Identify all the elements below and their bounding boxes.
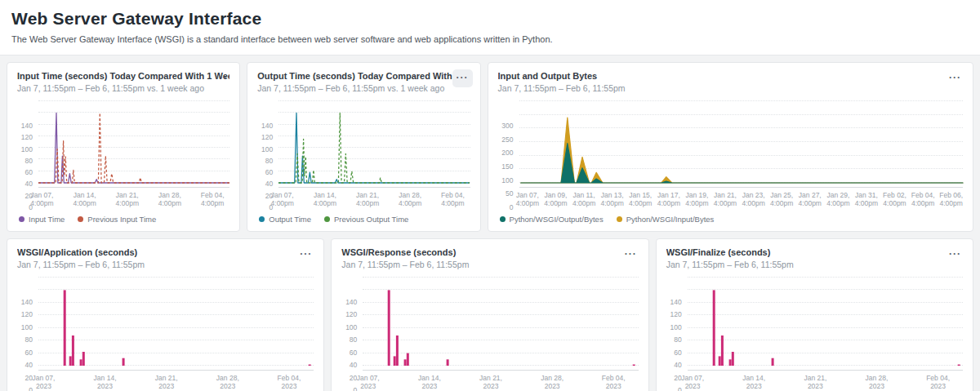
x-axis-labels: Jan 07,2023Jan 14,2023Jan 21,2023Jan 28,… xyxy=(38,374,314,391)
y-tick-label: 140 xyxy=(670,298,681,306)
more-menu-icon[interactable]: ··· xyxy=(621,246,641,264)
card-output-time: Output Time (seconds) Today Compared Wit… xyxy=(247,62,480,232)
legend-item: Python/WSGI/Input/Bytes xyxy=(617,215,715,224)
card-wsgi-finalize: WSGI/Finalize (seconds) Jan 7, 11:55pm –… xyxy=(656,238,973,391)
wsgi-application-chart: 020406080100120140Jan 07,2023Jan 14,2023… xyxy=(17,278,314,391)
dashboard-row-bottom: WSGI/Application (seconds) Jan 7, 11:55p… xyxy=(7,238,973,391)
y-tick-label: 80 xyxy=(350,335,357,344)
card-date-range: Jan 7, 11:55pm – Feb 6, 11:55pm vs. 1 we… xyxy=(257,83,470,93)
page-header: Web Server Gateway Interface The Web Ser… xyxy=(0,0,980,56)
y-tick-label: 140 xyxy=(261,122,273,130)
y-tick-label: 200 xyxy=(501,149,513,157)
x-tick-label: Jan 21,4:00pm xyxy=(356,191,379,207)
y-tick-label: 100 xyxy=(501,176,513,184)
y-tick-label: 80 xyxy=(674,335,681,344)
plot-area xyxy=(38,101,229,183)
y-tick-label: 140 xyxy=(345,298,357,306)
x-axis-line xyxy=(38,187,229,188)
x-tick-label: Jan 19,4:00pm xyxy=(685,191,708,207)
x-tick-label: Jan 28,2023 xyxy=(541,374,564,390)
input-time-chart: 020406080100120140Jan 07,4:00pmJan 14,4:… xyxy=(17,101,229,224)
x-tick-label: Jan 07,2023 xyxy=(681,374,704,390)
x-tick-label: Jan 14,4:00pm xyxy=(73,191,96,207)
card-date-range: Jan 7, 11:55pm – Feb 6, 11:55pm xyxy=(498,83,963,93)
x-tick-label: Jan 07,4:00pm xyxy=(271,191,294,207)
x-axis-labels: Jan 07,4:00pmJan 09,4:00pmJan 11,4:00pmJ… xyxy=(519,191,963,208)
card-input-output-bytes: Input and Output Bytes Jan 7, 11:55pm – … xyxy=(488,62,973,232)
y-tick-label: 60 xyxy=(265,168,273,176)
y-tick-label: 80 xyxy=(25,157,33,165)
more-menu-icon[interactable]: ··· xyxy=(212,69,232,87)
x-tick-label: Jan 21,4:00pm xyxy=(714,191,737,207)
legend-dot-icon xyxy=(324,216,330,222)
x-axis-line xyxy=(363,370,638,371)
legend-item: Previous Output Time xyxy=(324,215,408,224)
y-tick-label: 100 xyxy=(261,145,273,153)
page-title: Web Server Gateway Interface xyxy=(11,9,969,29)
card-title: WSGI/Finalize (seconds) xyxy=(666,247,963,257)
x-tick-label: Jan 31,4:00pm xyxy=(855,191,878,207)
y-tick-label: 120 xyxy=(261,133,273,141)
legend-label: Output Time xyxy=(269,215,311,224)
card-wsgi-application: WSGI/Application (seconds) Jan 7, 11:55p… xyxy=(7,238,324,391)
x-tick-label: Jan 07,2023 xyxy=(32,374,55,390)
card-title: Output Time (seconds) Today Compared Wit… xyxy=(257,71,470,81)
x-tick-label: Jan 21,2023 xyxy=(155,374,178,390)
legend-item: Input Time xyxy=(19,215,65,224)
y-tick-label: 150 xyxy=(501,162,513,171)
legend-dot-icon xyxy=(78,216,83,222)
card-title: WSGI/Response (seconds) xyxy=(341,247,638,257)
more-menu-icon[interactable]: ··· xyxy=(452,69,473,87)
x-axis-line xyxy=(278,187,470,188)
y-tick-label: 140 xyxy=(21,298,33,306)
plot-area xyxy=(688,278,963,366)
y-tick-label: 120 xyxy=(670,310,681,318)
y-tick-label: 60 xyxy=(25,349,33,357)
card-date-range: Jan 7, 11:55pm – Feb 6, 11:55pm xyxy=(17,260,314,269)
card-date-range: Jan 7, 11:55pm – Feb 6, 11:55pm xyxy=(341,260,638,269)
x-tick-label: Jan 07,4:00pm xyxy=(516,191,539,207)
dashboard-row-top: Input Time (seconds) Today Compared With… xyxy=(7,62,973,232)
legend-dot-icon xyxy=(617,216,622,222)
y-tick-label: 250 xyxy=(501,136,513,144)
x-axis-labels: Jan 07,4:00pmJan 14,4:00pmJan 21,4:00pmJ… xyxy=(38,191,229,208)
output-time-chart: 020406080100120140Jan 07,4:00pmJan 14,4:… xyxy=(257,101,470,224)
y-tick-label: 100 xyxy=(21,323,33,331)
x-axis-line xyxy=(519,187,963,188)
x-tick-label: Jan 14,2023 xyxy=(94,374,117,390)
y-tick-label: 100 xyxy=(21,145,33,153)
x-tick-label: Jan 14,4:00pm xyxy=(314,191,336,207)
card-wsgi-response: WSGI/Response (seconds) Jan 7, 11:55pm –… xyxy=(331,238,648,391)
legend-label: Python/WSGI/Input/Bytes xyxy=(626,215,715,224)
y-tick-label: 40 xyxy=(674,361,681,369)
card-title: Input Time (seconds) Today Compared With… xyxy=(17,71,229,81)
input-output-bytes-chart: 050100150200250300Jan 07,4:00pmJan 09,4:… xyxy=(498,101,963,224)
x-axis-line xyxy=(688,370,963,371)
x-axis-labels: Jan 07,4:00pmJan 14,4:00pmJan 21,4:00pmJ… xyxy=(278,191,470,208)
y-tick-label: 60 xyxy=(350,349,357,357)
x-axis-line xyxy=(38,370,314,371)
y-tick-label: 40 xyxy=(25,180,33,188)
legend: Output TimePrevious Output Time xyxy=(257,215,470,224)
y-tick-label: 60 xyxy=(25,168,33,176)
legend-label: Input Time xyxy=(29,215,65,224)
x-tick-label: Jan 07,4:00pm xyxy=(30,191,53,207)
x-tick-label: Jan 15,4:00pm xyxy=(629,191,652,207)
y-tick-label: 40 xyxy=(265,180,273,188)
x-tick-label: Feb 04,4:00pm xyxy=(911,191,935,207)
more-menu-icon[interactable]: ··· xyxy=(945,69,965,87)
more-menu-icon[interactable]: ··· xyxy=(296,246,316,264)
legend-dot-icon xyxy=(259,216,265,222)
legend-item: Previous Input Time xyxy=(78,215,156,224)
x-tick-label: Jan 21,4:00pm xyxy=(116,191,139,207)
x-tick-label: Jan 21,2023 xyxy=(804,374,826,390)
y-tick-label: 100 xyxy=(345,323,357,331)
legend: Python/WSGI/Output/BytesPython/WSGI/Inpu… xyxy=(498,215,963,224)
more-menu-icon[interactable]: ··· xyxy=(945,246,965,264)
x-tick-label: Jan 13,4:00pm xyxy=(600,191,623,207)
card-date-range: Jan 7, 11:55pm – Feb 6, 11:55pm xyxy=(666,260,963,269)
y-tick-label: 40 xyxy=(350,361,357,369)
legend-item: Output Time xyxy=(259,215,311,224)
card-date-range: Jan 7, 11:55pm – Feb 6, 11:55pm vs. 1 we… xyxy=(17,83,229,93)
x-tick-label: Jan 28,2023 xyxy=(866,374,889,390)
